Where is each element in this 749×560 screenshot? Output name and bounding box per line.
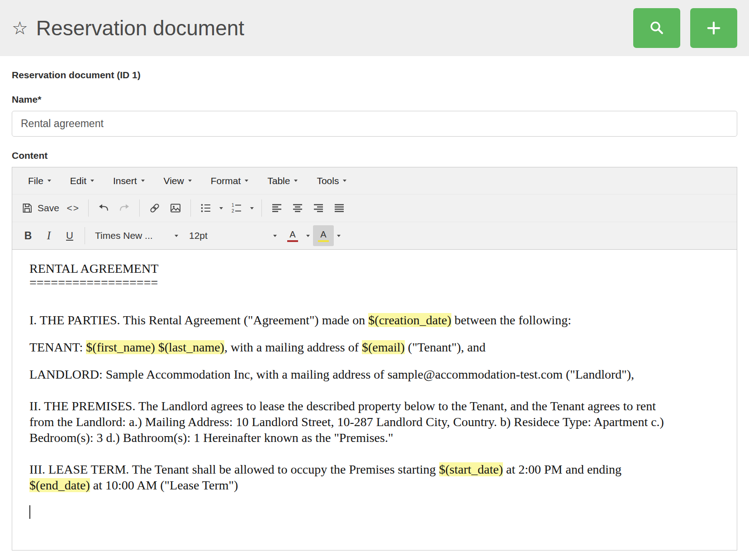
align-justify-button[interactable]: [329, 198, 350, 218]
chevron-down-icon: [337, 235, 341, 237]
svg-text:2: 2: [232, 209, 234, 214]
italic-button[interactable]: I: [38, 225, 59, 246]
editor-menubar: FileEditInsertViewFormatTableTools: [12, 167, 737, 195]
menu-edit[interactable]: Edit: [61, 171, 104, 191]
template-variable: $(email): [362, 340, 405, 354]
numbered-list-dropdown[interactable]: [247, 198, 257, 218]
name-input[interactable]: [12, 111, 737, 137]
chevron-down-icon: [47, 180, 51, 182]
document-paragraph: TENANT: $(first_name) $(last_name), with…: [29, 339, 673, 355]
align-center-button[interactable]: [287, 198, 308, 218]
text-segment: LANDLORD: Sample Accommodation Inc, with…: [29, 367, 634, 381]
font-family-select[interactable]: Times New ...: [90, 225, 184, 246]
document-body: I. THE PARTIES. This Rental Agreement ("…: [29, 312, 673, 520]
bold-icon: B: [24, 230, 32, 242]
document-paragraph: III. LEASE TERM. The Tenant shall be all…: [29, 461, 673, 493]
cursor-line: [29, 504, 673, 520]
undo-button[interactable]: [93, 198, 114, 218]
toolbar-separator: [85, 227, 85, 244]
background-color-icon: A: [320, 230, 326, 239]
document-edit-area[interactable]: RENTAL AGREEMENT ================== I. T…: [12, 250, 737, 551]
menu-label: Insert: [113, 176, 137, 186]
content-field-label: Content: [12, 150, 737, 161]
menu-insert[interactable]: Insert: [104, 171, 154, 191]
background-color-dropdown[interactable]: [334, 225, 344, 246]
text-cursor: [29, 505, 30, 519]
name-field-label: Name*: [12, 94, 737, 105]
chevron-down-icon: [273, 235, 277, 237]
chevron-down-icon: [245, 180, 248, 182]
editor-toolbar-row1: Save <>: [12, 195, 737, 222]
menu-label: Tools: [317, 176, 339, 186]
font-size-select[interactable]: 12pt: [184, 225, 282, 246]
text-color-dropdown[interactable]: [303, 225, 313, 246]
editor-toolbar-row2: B I U Times New ... 12pt A: [12, 222, 737, 250]
insert-image-button[interactable]: [165, 198, 186, 218]
required-marker: *: [38, 94, 41, 104]
align-left-button[interactable]: [266, 198, 287, 218]
template-variable: $(start_date): [439, 462, 503, 476]
chevron-down-icon: [343, 180, 346, 182]
font-size-value: 12pt: [189, 230, 208, 241]
bullet-list-dropdown[interactable]: [216, 198, 226, 218]
main-content: Reservation document (ID 1) Name* Conten…: [0, 70, 749, 551]
save-button-label: Save: [38, 203, 59, 214]
font-family-value: Times New ...: [95, 230, 153, 241]
numbered-list-icon: 1 2: [231, 202, 242, 214]
floppy-disk-icon: [21, 202, 33, 214]
text-segment: TENANT:: [29, 340, 86, 354]
template-variable: $(creation_date): [368, 313, 451, 327]
underline-icon: U: [66, 230, 73, 242]
text-color-swatch: [287, 240, 298, 242]
heading-text: RENTAL AGREEMENT: [29, 261, 158, 275]
text-segment: I. THE PARTIES. This Rental Agreement ("…: [29, 313, 368, 327]
bold-button[interactable]: B: [18, 225, 38, 246]
menu-file[interactable]: File: [19, 171, 61, 191]
align-right-button[interactable]: [308, 198, 329, 218]
align-right-icon: [313, 202, 324, 214]
menu-label: Table: [267, 176, 290, 186]
save-button[interactable]: Save: [18, 198, 63, 218]
header-actions: [633, 8, 737, 48]
align-center-icon: [292, 202, 303, 214]
numbered-list-button[interactable]: 1 2: [226, 198, 247, 218]
align-left-icon: [271, 202, 283, 214]
source-code-button[interactable]: <>: [63, 198, 84, 218]
text-color-icon: A: [289, 230, 295, 239]
menu-label: Format: [211, 176, 241, 186]
bullet-list-icon: [200, 202, 212, 214]
document-heading: RENTAL AGREEMENT ==================: [29, 261, 673, 289]
name-label-text: Name: [12, 94, 38, 104]
text-segment: II. THE PREMISES. The Landlord agrees to…: [29, 399, 664, 445]
page-title: Reservation document: [36, 16, 244, 40]
chevron-down-icon: [306, 235, 310, 237]
redo-button[interactable]: [114, 198, 135, 218]
menu-label: File: [28, 176, 43, 186]
menu-table[interactable]: Table: [258, 171, 307, 191]
code-icon: <>: [67, 203, 80, 214]
bullet-list-button[interactable]: [195, 198, 216, 218]
template-variable: $(first_name) $(last_name): [86, 340, 224, 354]
document-paragraph: I. THE PARTIES. This Rental Agreement ("…: [29, 312, 673, 328]
text-color-button[interactable]: A: [282, 225, 303, 246]
chevron-down-icon: [90, 180, 94, 182]
plus-icon: [706, 20, 721, 36]
italic-icon: I: [47, 229, 51, 242]
search-button[interactable]: [633, 8, 680, 48]
menu-tools[interactable]: Tools: [307, 171, 356, 191]
search-icon: [648, 19, 665, 37]
chevron-down-icon: [294, 180, 298, 182]
add-button[interactable]: [690, 8, 737, 48]
favorite-star-icon[interactable]: ☆: [12, 19, 28, 37]
background-color-button[interactable]: A: [313, 225, 334, 246]
menu-label: Edit: [70, 176, 86, 186]
menu-view[interactable]: View: [154, 171, 201, 191]
insert-link-button[interactable]: [144, 198, 165, 218]
document-paragraph: II. THE PREMISES. The Landlord agrees to…: [29, 398, 673, 446]
page-header: ☆ Reservation document: [0, 0, 749, 56]
align-justify-icon: [333, 202, 345, 214]
document-paragraph: LANDLORD: Sample Accommodation Inc, with…: [29, 366, 673, 382]
underline-button[interactable]: U: [59, 225, 80, 246]
menu-format[interactable]: Format: [201, 171, 258, 191]
chevron-down-icon: [219, 207, 223, 209]
